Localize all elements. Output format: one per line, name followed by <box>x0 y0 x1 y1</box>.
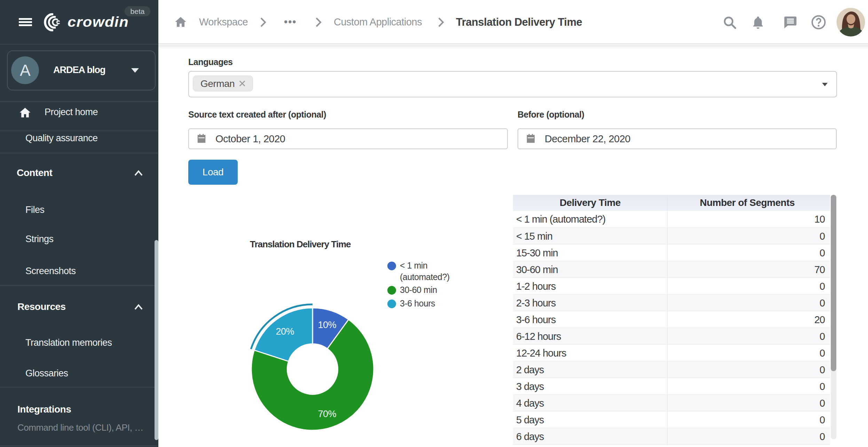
svg-text:crowdin: crowdin <box>68 14 129 30</box>
svg-text:70%: 70% <box>318 409 336 419</box>
svg-text:10%: 10% <box>318 320 336 330</box>
svg-text:20%: 20% <box>276 326 294 337</box>
